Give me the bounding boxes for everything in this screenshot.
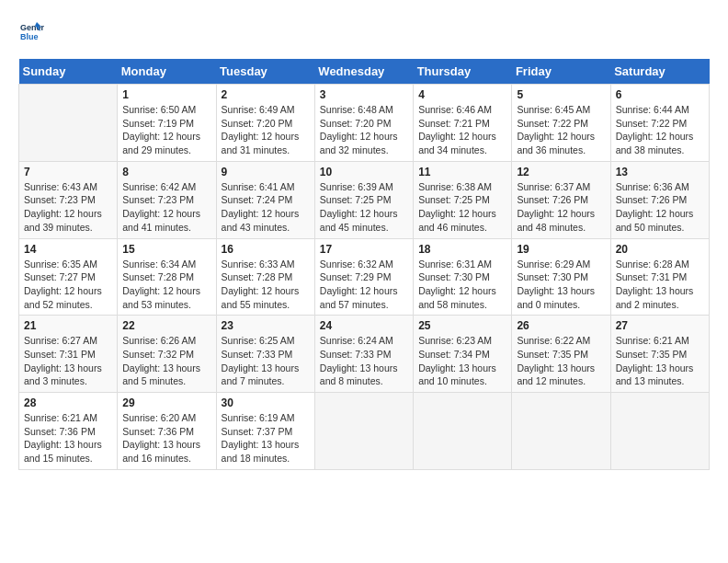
calendar-cell: 10Sunrise: 6:39 AMSunset: 7:25 PMDayligh… [314,161,413,238]
calendar-cell: 12Sunrise: 6:37 AMSunset: 7:26 PMDayligh… [512,161,610,238]
day-number: 25 [418,319,506,332]
calendar-cell: 3Sunrise: 6:48 AMSunset: 7:20 PMDaylight… [314,85,413,162]
day-info: Sunrise: 6:24 AMSunset: 7:33 PMDaylight:… [320,334,408,388]
logo: General Blue [18,18,48,44]
day-info: Sunrise: 6:29 AMSunset: 7:30 PMDaylight:… [517,258,605,312]
page-header: General Blue [18,18,710,44]
calendar-cell: 2Sunrise: 6:49 AMSunset: 7:20 PMDaylight… [216,85,314,162]
calendar-cell: 14Sunrise: 6:35 AMSunset: 7:27 PMDayligh… [19,238,118,316]
day-number: 13 [616,166,704,178]
day-info: Sunrise: 6:26 AMSunset: 7:32 PMDaylight:… [122,334,210,388]
day-info: Sunrise: 6:21 AMSunset: 7:36 PMDaylight:… [24,411,112,465]
calendar-header-wednesday: Wednesday [314,59,413,85]
day-info: Sunrise: 6:19 AMSunset: 7:37 PMDaylight:… [222,411,310,465]
day-number: 6 [616,88,704,101]
day-number: 15 [122,243,210,256]
calendar-cell: 9Sunrise: 6:41 AMSunset: 7:24 PMDaylight… [216,161,314,238]
day-number: 5 [517,88,605,101]
calendar-cell: 13Sunrise: 6:36 AMSunset: 7:26 PMDayligh… [610,161,709,238]
day-info: Sunrise: 6:33 AMSunset: 7:28 PMDaylight:… [222,258,310,312]
calendar-cell: 21Sunrise: 6:27 AMSunset: 7:31 PMDayligh… [19,316,118,393]
calendar-header-friday: Friday [512,59,610,85]
calendar-header-thursday: Thursday [414,59,512,85]
day-number: 16 [222,243,310,256]
day-info: Sunrise: 6:32 AMSunset: 7:29 PMDaylight:… [320,258,408,312]
calendar-cell: 23Sunrise: 6:25 AMSunset: 7:33 PMDayligh… [216,316,314,393]
calendar-cell [512,393,610,470]
calendar-cell: 19Sunrise: 6:29 AMSunset: 7:30 PMDayligh… [512,238,610,316]
calendar-cell [610,393,709,470]
day-number: 24 [320,319,408,332]
calendar-cell [314,393,413,470]
day-number: 22 [122,319,210,332]
calendar-week-2: 14Sunrise: 6:35 AMSunset: 7:27 PMDayligh… [19,238,710,316]
day-number: 14 [24,243,112,256]
calendar-week-3: 21Sunrise: 6:27 AMSunset: 7:31 PMDayligh… [19,316,710,393]
calendar-cell: 6Sunrise: 6:44 AMSunset: 7:22 PMDaylight… [610,85,709,162]
svg-text:Blue: Blue [20,32,39,41]
calendar-week-1: 7Sunrise: 6:43 AMSunset: 7:23 PMDaylight… [19,161,710,238]
day-info: Sunrise: 6:28 AMSunset: 7:31 PMDaylight:… [616,258,704,312]
day-info: Sunrise: 6:37 AMSunset: 7:26 PMDaylight:… [517,180,605,235]
day-info: Sunrise: 6:38 AMSunset: 7:25 PMDaylight:… [418,180,506,235]
day-number: 2 [222,88,310,101]
calendar-cell: 25Sunrise: 6:23 AMSunset: 7:34 PMDayligh… [414,316,512,393]
day-number: 27 [616,319,704,332]
calendar-cell: 22Sunrise: 6:26 AMSunset: 7:32 PMDayligh… [118,316,216,393]
day-number: 18 [418,243,506,256]
day-number: 28 [24,396,112,409]
calendar-header-monday: Monday [118,59,216,85]
day-number: 30 [222,396,310,409]
calendar-cell: 4Sunrise: 6:46 AMSunset: 7:21 PMDaylight… [414,85,512,162]
day-number: 4 [418,88,506,101]
calendar-cell: 8Sunrise: 6:42 AMSunset: 7:23 PMDaylight… [118,161,216,238]
calendar-cell: 30Sunrise: 6:19 AMSunset: 7:37 PMDayligh… [216,393,314,470]
calendar-cell: 16Sunrise: 6:33 AMSunset: 7:28 PMDayligh… [216,238,314,316]
day-info: Sunrise: 6:36 AMSunset: 7:26 PMDaylight:… [616,180,704,235]
calendar-cell: 28Sunrise: 6:21 AMSunset: 7:36 PMDayligh… [19,393,118,470]
svg-text:General: General [20,23,44,32]
calendar-header-saturday: Saturday [610,59,709,85]
calendar-header-sunday: Sunday [19,59,118,85]
day-number: 12 [517,166,605,178]
day-number: 23 [222,319,310,332]
calendar-cell: 15Sunrise: 6:34 AMSunset: 7:28 PMDayligh… [118,238,216,316]
calendar-header-row: SundayMondayTuesdayWednesdayThursdayFrid… [19,59,710,85]
day-number: 21 [24,319,112,332]
calendar-cell: 5Sunrise: 6:45 AMSunset: 7:22 PMDaylight… [512,85,610,162]
calendar: SundayMondayTuesdayWednesdayThursdayFrid… [18,59,710,470]
day-info: Sunrise: 6:41 AMSunset: 7:24 PMDaylight:… [222,180,310,235]
day-number: 11 [418,166,506,178]
day-info: Sunrise: 6:48 AMSunset: 7:20 PMDaylight:… [320,103,408,157]
calendar-cell: 7Sunrise: 6:43 AMSunset: 7:23 PMDaylight… [19,161,118,238]
day-info: Sunrise: 6:45 AMSunset: 7:22 PMDaylight:… [517,103,605,157]
calendar-cell: 27Sunrise: 6:21 AMSunset: 7:35 PMDayligh… [610,316,709,393]
day-info: Sunrise: 6:20 AMSunset: 7:36 PMDaylight:… [122,411,210,465]
calendar-cell: 17Sunrise: 6:32 AMSunset: 7:29 PMDayligh… [314,238,413,316]
day-info: Sunrise: 6:21 AMSunset: 7:35 PMDaylight:… [616,334,704,388]
day-number: 17 [320,243,408,256]
day-info: Sunrise: 6:34 AMSunset: 7:28 PMDaylight:… [122,258,210,312]
day-info: Sunrise: 6:49 AMSunset: 7:20 PMDaylight:… [222,103,310,157]
day-info: Sunrise: 6:46 AMSunset: 7:21 PMDaylight:… [418,103,506,157]
calendar-cell: 29Sunrise: 6:20 AMSunset: 7:36 PMDayligh… [118,393,216,470]
calendar-cell: 26Sunrise: 6:22 AMSunset: 7:35 PMDayligh… [512,316,610,393]
day-number: 10 [320,166,408,178]
day-info: Sunrise: 6:43 AMSunset: 7:23 PMDaylight:… [24,180,112,235]
day-info: Sunrise: 6:23 AMSunset: 7:34 PMDaylight:… [418,334,506,388]
calendar-cell: 11Sunrise: 6:38 AMSunset: 7:25 PMDayligh… [414,161,512,238]
day-info: Sunrise: 6:42 AMSunset: 7:23 PMDaylight:… [122,180,210,235]
logo-icon: General Blue [18,18,44,44]
day-number: 8 [122,166,210,178]
day-number: 9 [222,166,310,178]
day-number: 20 [616,243,704,256]
calendar-cell: 20Sunrise: 6:28 AMSunset: 7:31 PMDayligh… [610,238,709,316]
day-info: Sunrise: 6:35 AMSunset: 7:27 PMDaylight:… [24,258,112,312]
calendar-cell [19,85,118,162]
day-info: Sunrise: 6:27 AMSunset: 7:31 PMDaylight:… [24,334,112,388]
day-number: 3 [320,88,408,101]
calendar-cell: 18Sunrise: 6:31 AMSunset: 7:30 PMDayligh… [414,238,512,316]
day-info: Sunrise: 6:50 AMSunset: 7:19 PMDaylight:… [122,103,210,157]
calendar-cell: 24Sunrise: 6:24 AMSunset: 7:33 PMDayligh… [314,316,413,393]
day-info: Sunrise: 6:44 AMSunset: 7:22 PMDaylight:… [616,103,704,157]
